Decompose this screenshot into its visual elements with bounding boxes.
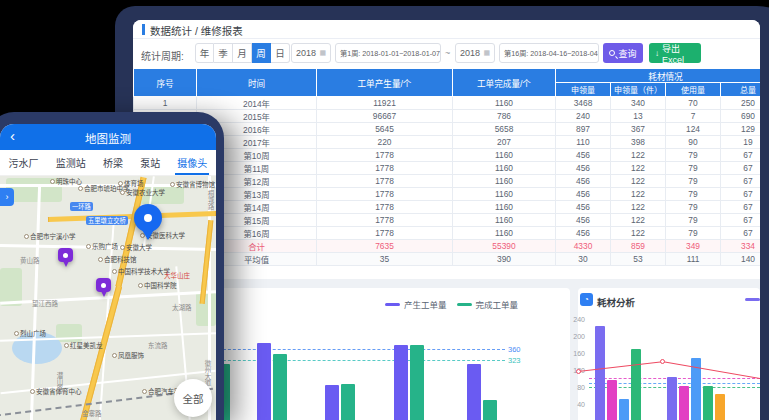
table-cell: 4330 bbox=[556, 240, 611, 253]
map-label: 太湖路 bbox=[172, 302, 192, 312]
period-option[interactable]: 季 bbox=[214, 43, 233, 63]
end-week-value: 第16周: 2018-04-16~2018-04-22 bbox=[504, 48, 599, 58]
location-pin-tail bbox=[142, 230, 154, 240]
legend-item: 完成工单量 bbox=[457, 298, 519, 310]
phone-tab[interactable]: 监测站 bbox=[56, 150, 86, 175]
map-label: 合肥科技馆 bbox=[98, 254, 137, 264]
table-cell: 7 bbox=[666, 110, 721, 123]
table-cell: 349 bbox=[666, 240, 721, 253]
legend-swatch bbox=[457, 303, 472, 306]
table-row: 10第15周177811604561227967 bbox=[134, 214, 761, 227]
map-expander-button[interactable]: › bbox=[0, 188, 14, 206]
camera-pin-tail bbox=[63, 261, 69, 267]
phone-tab[interactable]: 桥梁 bbox=[103, 150, 123, 175]
breadcrumb: 数据统计 / 维修报表 bbox=[150, 23, 243, 38]
table-cell: 111 bbox=[666, 253, 721, 266]
end-year-select[interactable]: 2018 ▦ bbox=[455, 43, 495, 63]
map-label: 潜山路 bbox=[54, 372, 64, 392]
table-cell: 79 bbox=[666, 214, 721, 227]
report-table-wrap: 序号时间工单产生量/个工单完成量/个耗材情况申领量申领量（件）使用量总量 120… bbox=[133, 68, 760, 266]
poi-icon bbox=[14, 331, 19, 336]
poi-icon bbox=[120, 245, 125, 250]
period-option[interactable]: 日 bbox=[271, 43, 290, 63]
bar bbox=[394, 345, 408, 420]
sub-column-header: 申领量（件） bbox=[611, 83, 666, 97]
table-cell: 79 bbox=[666, 175, 721, 188]
range-separator: ~ bbox=[445, 48, 450, 58]
phone-tab[interactable]: 摄像头 bbox=[177, 150, 207, 175]
bar bbox=[679, 386, 689, 420]
y-axis-tick: 40 bbox=[569, 401, 585, 408]
table-cell: 96667 bbox=[317, 110, 453, 123]
table-row: 8第13周177811604561227967 bbox=[134, 188, 761, 201]
bar bbox=[273, 354, 287, 420]
table-cell: 122 bbox=[611, 149, 666, 162]
table-cell: 1160 bbox=[453, 188, 556, 201]
table-cell: 859 bbox=[611, 240, 666, 253]
map-label: 五里墩立交桥 bbox=[86, 216, 128, 225]
phone-tab[interactable]: 泵站 bbox=[140, 150, 160, 175]
period-option[interactable]: 年 bbox=[195, 43, 214, 63]
phone-tab-bar: 污水厂监测站桥梁泵站摄像头 bbox=[0, 150, 216, 176]
map-label: 中国科学院 bbox=[138, 280, 177, 290]
map-canvas[interactable]: 明珠中心合肥市琥珀中学体育场安徽农业大学安徽省博物馆桐城路一环路五里墩立交桥安徽… bbox=[0, 176, 216, 420]
table-cell: 79 bbox=[666, 188, 721, 201]
phone-tab[interactable]: 污水厂 bbox=[9, 150, 39, 175]
bar bbox=[325, 385, 339, 420]
table-header: 序号时间工单产生量/个工单完成量/个耗材情况申领量申领量（件）使用量总量 bbox=[134, 69, 761, 97]
table-cell: 122 bbox=[611, 162, 666, 175]
table-cell: 334 bbox=[721, 240, 761, 253]
map-label: 合肥市宁溪小学 bbox=[24, 231, 76, 241]
start-week-input[interactable]: 第1周: 2018-01-01~2018-01-07 bbox=[335, 43, 441, 63]
table-cell: 67 bbox=[721, 214, 761, 227]
column-group-header: 耗材情况 bbox=[556, 69, 761, 83]
export-excel-button[interactable]: ↓ 导出Excel bbox=[649, 43, 701, 63]
table-cell: 67 bbox=[721, 175, 761, 188]
camera-pin-tail bbox=[101, 291, 107, 297]
poi-icon bbox=[112, 269, 117, 274]
table-average-row: 平均值353903053111140 bbox=[134, 253, 761, 266]
start-year-select[interactable]: 2018 ▦ bbox=[291, 43, 331, 63]
table-cell: 67 bbox=[721, 201, 761, 214]
table-cell: 67 bbox=[721, 162, 761, 175]
poi-icon bbox=[112, 353, 117, 358]
period-option[interactable]: 月 bbox=[233, 43, 252, 63]
bar bbox=[703, 386, 713, 420]
period-option[interactable]: 周 bbox=[252, 43, 271, 63]
table-row: 5第10周177811604561227967 bbox=[134, 149, 761, 162]
poi-icon bbox=[120, 190, 125, 195]
map-label: 中国科学技术大学 bbox=[112, 266, 170, 276]
selected-location-pin[interactable] bbox=[134, 204, 164, 244]
period-label: 统计周期: bbox=[141, 48, 184, 63]
breadcrumb-bar: 数据统计 / 维修报表 bbox=[133, 20, 760, 39]
camera-pin[interactable] bbox=[58, 248, 74, 270]
legend-label: 产生工单量 bbox=[404, 298, 447, 310]
table-row: 32016年56455658897367124129 bbox=[134, 123, 761, 136]
table-cell: 207 bbox=[453, 136, 556, 149]
all-filter-button[interactable]: 全部 bbox=[174, 379, 212, 417]
consumables-chart-title: 耗材分析 bbox=[597, 295, 635, 309]
table-cell: 1160 bbox=[453, 175, 556, 188]
download-icon: ↓ bbox=[655, 49, 659, 58]
table-cell: 897 bbox=[556, 123, 611, 136]
map-label: 黄山路 bbox=[20, 255, 40, 265]
legend-item bbox=[745, 298, 760, 301]
column-header: 工单完成量/个 bbox=[453, 69, 556, 97]
table-cell: 122 bbox=[611, 201, 666, 214]
camera-pin[interactable] bbox=[96, 278, 112, 300]
table-cell: 220 bbox=[317, 136, 453, 149]
y-axis-tick: 160 bbox=[569, 350, 585, 357]
search-button[interactable]: 查询 bbox=[603, 43, 643, 63]
map-label: 金寨路 bbox=[82, 408, 102, 418]
bar bbox=[410, 345, 424, 420]
work-order-chart-legend: 产生工单量完成工单量 bbox=[385, 298, 518, 310]
bar bbox=[341, 384, 355, 420]
calendar-icon: ▦ bbox=[483, 49, 490, 57]
trend-line-point bbox=[660, 359, 665, 364]
table-cell: 340 bbox=[611, 97, 666, 110]
table-cell: 19 bbox=[721, 136, 761, 149]
phone-header: ‹ 地图监测 bbox=[0, 124, 216, 150]
table-cell: 67 bbox=[721, 149, 761, 162]
end-week-input[interactable]: 第16周: 2018-04-16~2018-04-22 bbox=[499, 43, 599, 63]
table-cell: 1778 bbox=[317, 175, 453, 188]
